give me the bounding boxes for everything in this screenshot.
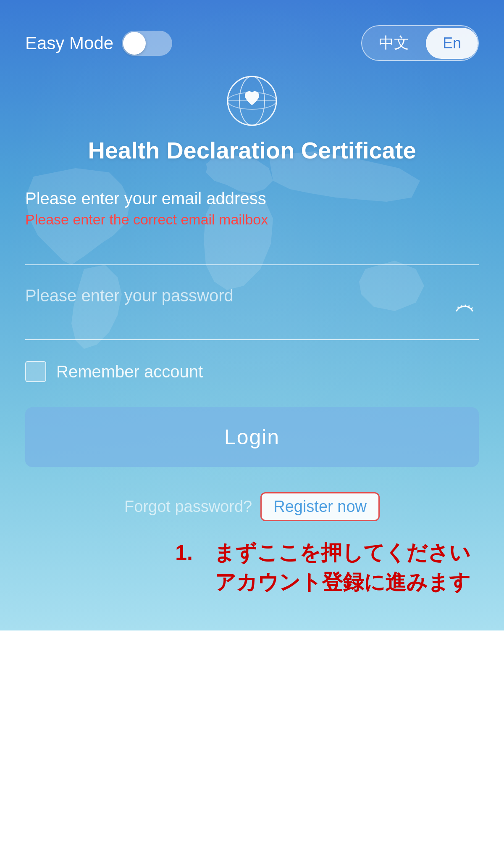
bottom-links: Forgot password? Register now — [25, 492, 479, 521]
svg-line-5 — [462, 306, 462, 308]
annotation-line1: 1. まずここを押してください — [175, 538, 470, 567]
white-section — [0, 630, 504, 844]
password-input[interactable] — [25, 309, 479, 334]
annotation-section: 1. まずここを押してください アカウント登録に進みます — [25, 538, 479, 597]
app-title: Health Declaration Certificate — [88, 137, 416, 164]
top-bar: Easy Mode 中文 En — [25, 0, 479, 61]
remember-group: Remember account — [25, 361, 479, 382]
email-form-group: Please enter your email address Please e… — [25, 189, 479, 265]
password-form-group: Please enter your password — [25, 286, 479, 340]
password-input-wrap: Please enter your password — [25, 286, 479, 340]
password-label: Please enter your password — [25, 286, 234, 305]
email-input-wrap — [25, 233, 479, 265]
forgot-password-link[interactable]: Forgot password? — [124, 498, 252, 516]
svg-line-7 — [469, 306, 469, 308]
easy-mode-group: Easy Mode — [25, 31, 172, 56]
login-button[interactable]: Login — [25, 407, 479, 467]
remember-checkbox[interactable] — [25, 361, 46, 382]
easy-mode-label: Easy Mode — [25, 33, 113, 53]
app-logo-icon — [225, 74, 279, 128]
blue-section: Easy Mode 中文 En Health Declaration Certi… — [0, 0, 504, 630]
remember-label[interactable]: Remember account — [56, 362, 203, 381]
logo-area: Health Declaration Certificate — [25, 74, 479, 164]
easy-mode-toggle[interactable] — [122, 31, 172, 56]
app-container: Easy Mode 中文 En Health Declaration Certi… — [0, 0, 504, 844]
register-now-link[interactable]: Register now — [260, 492, 380, 521]
email-input[interactable] — [25, 233, 479, 259]
email-label: Please enter your email address — [25, 189, 479, 208]
annotation-line2: アカウント登録に進みます — [215, 567, 470, 597]
lang-zh-button[interactable]: 中文 — [362, 26, 426, 60]
email-error: Please enter the correct email mailbox — [25, 211, 479, 228]
lang-switcher: 中文 En — [361, 25, 479, 61]
lang-en-button[interactable]: En — [426, 28, 478, 59]
svg-line-8 — [471, 308, 472, 309]
password-visibility-toggle-icon[interactable] — [454, 304, 475, 322]
form-section: Please enter your email address Please e… — [25, 189, 479, 597]
